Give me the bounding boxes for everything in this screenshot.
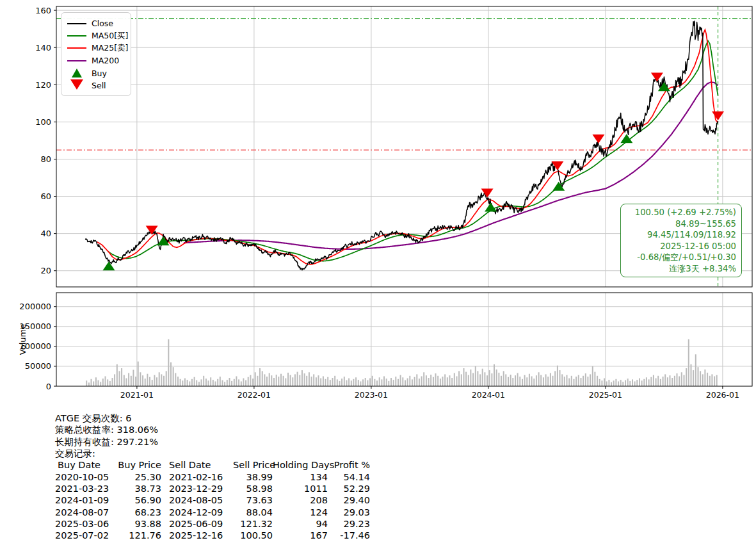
- header-buy-date: Buy Date: [55, 459, 117, 471]
- trade-cell: 29.40: [328, 494, 370, 506]
- svg-text:2024-01: 2024-01: [472, 390, 505, 400]
- trade-cell: 134: [273, 471, 328, 483]
- svg-text:60: 60: [40, 191, 51, 201]
- trade-cell: 2021-02-16: [161, 471, 233, 483]
- svg-text:2021-01: 2021-01: [120, 390, 154, 400]
- ma50-line-swatch: [67, 35, 86, 37]
- svg-text:200000: 200000: [19, 302, 51, 311]
- close-line-swatch: [67, 23, 86, 24]
- legend-label: MA25[卖]: [92, 43, 129, 54]
- sell-marker: [712, 111, 724, 120]
- svg-text:2025-01: 2025-01: [589, 390, 622, 400]
- trades-table-header: Buy Date Buy Price Sell Date Sell Price …: [55, 459, 370, 471]
- trade-cell: 1011: [273, 483, 328, 494]
- svg-text:100: 100: [35, 117, 51, 127]
- trade-cell: 2025-12-16: [161, 530, 233, 541]
- strategy-report: ATGE 交易次数: 6 策略总收益率: 318.06% 长期持有收益: 297…: [55, 412, 370, 542]
- trade-cell: 29.03: [328, 507, 370, 518]
- annotation-date-line: 2025-12-16 05:00: [626, 241, 736, 252]
- trade-cell: 93.88: [117, 518, 161, 530]
- trade-cell: 25.30: [117, 471, 161, 483]
- legend-label: Close: [92, 19, 113, 28]
- legend-item-ma200: MA200: [67, 54, 125, 67]
- trade-cell: 56.90: [117, 494, 161, 506]
- trade-cell: 29.23: [328, 518, 370, 530]
- legend-label: Sell: [92, 81, 106, 90]
- svg-text:140: 140: [35, 43, 51, 53]
- legend-item-close: Close: [67, 17, 125, 29]
- buy-marker: [485, 203, 497, 212]
- trade-cell: 167: [273, 530, 328, 541]
- annotation-streak-line: 连涨3天 +8.34%: [626, 263, 736, 275]
- header-holding-days: Holding Days: [273, 459, 328, 471]
- trade-cell: 2023-12-29: [161, 483, 233, 494]
- trade-row: 2020-10-0525.302021-02-1638.9913454.14: [55, 471, 370, 483]
- annotation-range-line: 84.89~155.65: [626, 218, 736, 230]
- trade-count-line: ATGE 交易次数: 6: [55, 412, 370, 424]
- annotation-price-line: 100.50 (+2.69 +2.75%): [626, 207, 736, 218]
- svg-text:20: 20: [40, 266, 51, 275]
- trade-cell: 38.73: [117, 483, 161, 494]
- trade-cell: 2024-08-05: [161, 494, 233, 506]
- svg-text:80: 80: [40, 154, 51, 164]
- trade-cell: 121.76: [117, 530, 161, 541]
- sell-marker: [651, 72, 663, 81]
- legend-item-sell: Sell: [67, 79, 125, 92]
- svg-text:2023-01: 2023-01: [355, 390, 388, 400]
- ma25-line-swatch: [67, 47, 86, 49]
- svg-text:2022-01: 2022-01: [237, 390, 271, 400]
- trade-cell: 121.32: [233, 518, 273, 530]
- buy-marker: [102, 261, 115, 270]
- svg-text:2026-01: 2026-01: [706, 390, 739, 400]
- legend-label: MA200: [92, 56, 119, 65]
- trade-row: 2021-03-2338.732023-12-2958.98101152.29: [55, 483, 370, 494]
- trade-row: 2025-07-02121.762025-12-16100.50167-17.4…: [55, 530, 370, 541]
- trade-cell: 38.99: [233, 471, 273, 483]
- trade-cell: 2025-03-06: [55, 518, 117, 530]
- trade-cell: 73.63: [233, 494, 273, 506]
- header-sell-date: Sell Date: [161, 459, 233, 471]
- trade-cell: 88.04: [233, 507, 273, 518]
- header-buy-price: Buy Price: [117, 459, 161, 471]
- trade-cell: 2021-03-23: [55, 483, 117, 494]
- trade-cell: 2024-12-09: [161, 507, 233, 518]
- trade-cell: 94: [273, 518, 328, 530]
- trade-cell: 100.50: [233, 530, 273, 541]
- svg-text:0: 0: [46, 382, 51, 391]
- legend: Close MA50[买] MA25[卖] MA200 Buy Sell: [61, 12, 131, 96]
- legend-label: MA50[买]: [92, 31, 129, 42]
- trades-title-line: 交易记录:: [55, 448, 370, 459]
- strategy-return-line: 策略总收益率: 318.06%: [55, 424, 370, 435]
- trade-row: 2025-03-0693.882025-06-09121.329429.23: [55, 518, 370, 530]
- hold-return-line: 长期持有收益: 297.21%: [55, 436, 370, 448]
- trade-cell: 58.98: [233, 483, 273, 494]
- legend-label: Buy: [92, 69, 107, 78]
- trade-row: 2024-08-0768.232024-12-0988.0412429.03: [55, 507, 370, 518]
- gridlines: [56, 6, 752, 386]
- svg-text:50000: 50000: [25, 361, 51, 371]
- svg-text:40: 40: [40, 229, 51, 238]
- stock-chart-figure: 2040608010012014016005000010000015000020…: [0, 0, 756, 545]
- ma200-line-swatch: [67, 60, 86, 61]
- quote-annotation-box: 100.50 (+2.69 +2.75%) 84.89~155.65 94.45…: [620, 204, 742, 277]
- legend-item-ma50: MA50[买]: [67, 29, 125, 42]
- trade-cell: 2024-01-09: [55, 494, 117, 506]
- svg-text:120: 120: [35, 80, 51, 90]
- trade-cell: 2025-06-09: [161, 518, 233, 530]
- legend-item-buy: Buy: [67, 67, 125, 79]
- trade-cell: 2024-08-07: [55, 507, 117, 518]
- trade-cell: 124: [273, 507, 328, 518]
- sell-triangle-icon: [67, 81, 86, 90]
- trade-cell: 208: [273, 494, 328, 506]
- trade-cell: 2020-10-05: [55, 471, 117, 483]
- annotation-levels-line: 94.45/114.09/118.92: [626, 229, 736, 241]
- trade-cell: 68.23: [117, 507, 161, 518]
- svg-text:160: 160: [35, 6, 51, 15]
- buy-triangle-icon: [67, 69, 86, 77]
- header-profit: Profit %: [328, 459, 370, 471]
- volume-axis-label: Volume: [18, 324, 28, 355]
- header-sell-price: Sell Price: [233, 459, 273, 471]
- trade-cell: 2025-07-02: [55, 530, 117, 541]
- trades-table-body: 2020-10-0525.302021-02-1638.9913454.1420…: [55, 471, 370, 542]
- sell-marker: [592, 134, 604, 143]
